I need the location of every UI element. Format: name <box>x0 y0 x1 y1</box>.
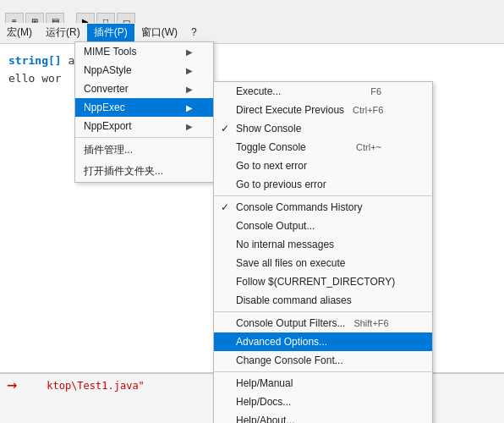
menu-item-nppexport[interactable]: NppExport ▶ <box>75 117 213 135</box>
menu-item-toggle-console[interactable]: Toggle Console Ctrl+~ <box>214 138 432 157</box>
menu-item-no-internal-messages[interactable]: No internal messages <box>214 235 432 254</box>
menu-item-nppexec[interactable]: NppExec ▶ <box>75 98 213 117</box>
menu-run[interactable]: 运行(R) <box>39 24 87 41</box>
menu-item-help-about[interactable]: Help/About... <box>214 411 432 423</box>
submenu-arrow-converter: ▶ <box>186 85 193 94</box>
submenu-arrow-mime: ▶ <box>186 47 193 57</box>
menu-item-mime-tools[interactable]: MIME Tools ▶ <box>75 42 213 61</box>
menu-item-advanced-options[interactable]: Advanced Options... <box>214 332 432 351</box>
menu-item-open-plugin-folder[interactable]: 打开插件文件夹... <box>75 161 213 182</box>
menu-item-console-history[interactable]: ✓ Console Commands History <box>214 198 432 217</box>
menu-item-help-manual[interactable]: Help/Manual <box>214 374 432 393</box>
menu-item-save-all-files[interactable]: Save all files on execute <box>214 254 432 272</box>
menu-plugins[interactable]: 插件(P) <box>87 24 134 41</box>
separator-l2-3 <box>214 371 432 372</box>
dropdown-nppexec: Execute... F6 Direct Execute Previous Ct… <box>213 81 433 423</box>
menu-item-execute[interactable]: Execute... F6 <box>214 82 432 101</box>
checkmark-show-console: ✓ <box>221 123 229 135</box>
menu-item-plugin-manager[interactable]: 插件管理... <box>75 140 213 161</box>
console-text: ktop\Test1.java" <box>47 380 145 392</box>
submenu-arrow-nppexport: ▶ <box>186 122 193 131</box>
menu-item-show-console[interactable]: ✓ Show Console <box>214 119 432 138</box>
menu-bar: 宏(M) 运行(R) 插件(P) 窗口(W) ? <box>0 23 237 41</box>
separator-1 <box>75 137 213 138</box>
checkmark-console-history: ✓ <box>221 201 229 213</box>
menu-item-console-output[interactable]: Console Output... <box>214 217 432 235</box>
submenu-arrow-nppastyle: ▶ <box>186 66 193 75</box>
menu-window[interactable]: 窗口(W) <box>134 24 184 41</box>
menu-item-help-docs[interactable]: Help/Docs... <box>214 393 432 411</box>
menu-item-change-console-font[interactable]: Change Console Font... <box>214 351 432 370</box>
menu-item-disable-aliases[interactable]: Disable command aliases <box>214 291 432 310</box>
dropdown-plugins: MIME Tools ▶ NppAStyle ▶ Converter ▶ Npp… <box>74 41 214 183</box>
menu-item-prev-error[interactable]: Go to previous error <box>214 175 432 194</box>
menu-item-next-error[interactable]: Go to next error <box>214 157 432 175</box>
console-arrow-icon <box>7 377 41 389</box>
separator-l2-1 <box>214 195 432 196</box>
menu-item-follow-dir[interactable]: Follow $(CURRENT_DIRECTORY) <box>214 272 432 291</box>
menu-macro[interactable]: 宏(M) <box>0 24 39 41</box>
submenu-arrow-nppexec: ▶ <box>186 103 193 113</box>
separator-l2-2 <box>214 311 432 312</box>
menu-item-nppastyle[interactable]: NppAStyle ▶ <box>75 61 213 80</box>
menu-item-converter[interactable]: Converter ▶ <box>75 80 213 98</box>
menu-help[interactable]: ? <box>184 25 204 40</box>
menu-item-direct-execute[interactable]: Direct Execute Previous Ctrl+F6 <box>214 101 432 119</box>
menu-item-console-output-filters[interactable]: Console Output Filters... Shift+F6 <box>214 314 432 332</box>
